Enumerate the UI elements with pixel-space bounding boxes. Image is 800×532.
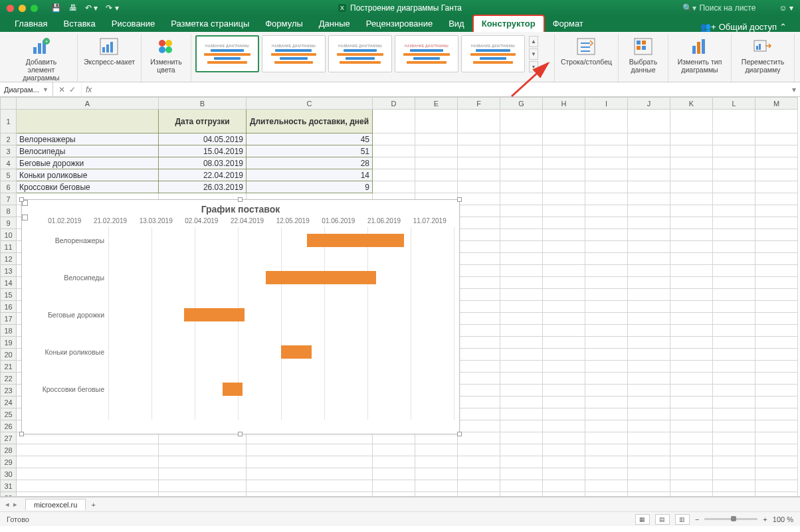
sheet-tab-bar: ◂ ▸ microexcel.ru +	[0, 497, 800, 511]
window-zoom[interactable]	[31, 5, 38, 12]
svg-rect-24	[759, 44, 761, 50]
chart-x-axis: 01.02.201921.02.201913.03.201902.04.2019…	[42, 217, 452, 224]
select-data-icon	[633, 37, 653, 56]
print-icon[interactable]: 🖶	[69, 3, 77, 13]
add-element-icon: +	[31, 37, 51, 56]
chart-style-1[interactable]: Название диаграммы	[195, 35, 259, 72]
svg-rect-21	[702, 39, 705, 54]
ribbon-tabs: Главная Вставка Рисование Разметка стран…	[0, 16, 800, 32]
svg-rect-8	[110, 42, 113, 52]
chart-title[interactable]: График поставок	[22, 200, 459, 215]
undo-icon[interactable]: ↶ ▾	[85, 3, 98, 13]
status-ready: Готово	[7, 515, 29, 523]
move-chart-icon	[753, 37, 773, 56]
change-colors-button[interactable]: Изменить цвета	[146, 35, 187, 75]
zoom-out-button[interactable]: −	[695, 515, 699, 523]
svg-rect-20	[697, 42, 700, 54]
document-title: Построение диаграммы Ганта	[350, 3, 462, 13]
view-page-break-button[interactable]: ▥	[675, 514, 690, 525]
fx-cancel-icon[interactable]: ✕	[58, 85, 65, 94]
sheet-nav-prev[interactable]: ▸	[13, 500, 17, 509]
svg-rect-1	[38, 43, 41, 54]
name-box[interactable]: Диаграм...▼	[0, 82, 53, 96]
svg-rect-18	[642, 46, 646, 50]
tab-data[interactable]: Данные	[311, 16, 358, 32]
redo-icon[interactable]: ↷ ▾	[106, 3, 118, 13]
chart-style-5[interactable]: Название диаграммы	[461, 35, 525, 72]
move-chart-button[interactable]: Переместить диаграмму	[736, 35, 790, 75]
fx-icon[interactable]: fx	[82, 85, 96, 94]
search-box[interactable]: 🔍▾	[682, 3, 772, 13]
tab-design[interactable]: Конструктор	[472, 15, 545, 32]
svg-rect-16	[642, 41, 646, 44]
search-icon: 🔍▾	[682, 3, 696, 13]
chart-styles-gallery[interactable]: Название диаграммы Название диаграммы На…	[195, 35, 538, 72]
view-normal-button[interactable]: ▦	[635, 514, 650, 525]
worksheet-grid[interactable]: ABCDEFGHIJKLM1Дата отгрузкиДлительность …	[0, 97, 800, 497]
tab-home[interactable]: Главная	[7, 16, 55, 32]
tab-insert[interactable]: Вставка	[55, 16, 103, 32]
tab-review[interactable]: Рецензирование	[358, 16, 441, 32]
titlebar: 💾 🖶 ↶ ▾ ↷ ▾ X Построение диаграммы Ганта…	[0, 0, 800, 16]
svg-rect-0	[33, 47, 37, 54]
switch-row-column-button[interactable]: Строка/столбец	[559, 35, 614, 67]
zoom-in-button[interactable]: +	[763, 515, 767, 523]
tab-page-layout[interactable]: Разметка страницы	[163, 16, 257, 32]
svg-text:+: +	[45, 39, 49, 44]
colors-icon	[156, 37, 176, 56]
svg-rect-15	[637, 41, 641, 44]
status-bar: Готово ▦ ▤ ▥ − + 100 %	[0, 511, 800, 526]
user-icon[interactable]: ☺ ▾	[779, 3, 793, 13]
formula-bar: Диаграм...▼ ✕ ✓ fx ▾	[0, 82, 800, 97]
styles-expand[interactable]: ▾	[529, 61, 538, 72]
chart-plot-area: ВелоренажерыВелосипедыБеговые дорожкиКон…	[42, 227, 452, 420]
formula-input[interactable]	[96, 82, 788, 96]
svg-point-9	[159, 40, 165, 46]
quick-layout-button[interactable]: Экспресс-макет	[82, 35, 137, 67]
ribbon: + Добавить элемент диаграммы Экспресс-ма…	[0, 32, 800, 82]
add-sheet-button[interactable]: +	[86, 501, 100, 509]
chart-style-2[interactable]: Название диаграммы	[262, 35, 326, 72]
save-icon[interactable]: 💾	[51, 3, 61, 13]
switch-rowcol-icon	[576, 37, 596, 56]
tab-formulas[interactable]: Формулы	[257, 16, 311, 32]
svg-point-11	[159, 46, 165, 53]
add-chart-element-button[interactable]: + Добавить элемент диаграммы	[9, 35, 73, 83]
svg-rect-17	[637, 46, 641, 50]
change-type-icon	[690, 37, 710, 56]
tab-format[interactable]: Формат	[545, 16, 591, 32]
change-chart-type-button[interactable]: Изменить тип диаграммы	[672, 35, 727, 75]
view-page-layout-button[interactable]: ▤	[655, 514, 670, 525]
window-minimize[interactable]	[19, 5, 26, 12]
quick-layout-icon	[99, 37, 119, 56]
chevron-down-icon: ⌃	[779, 22, 787, 32]
svg-point-10	[165, 40, 172, 46]
share-icon: 👥+	[700, 22, 716, 32]
svg-rect-7	[106, 44, 109, 52]
styles-scroll-up[interactable]: ▲	[529, 36, 538, 47]
svg-point-12	[165, 46, 172, 53]
svg-rect-6	[102, 47, 105, 52]
chart-style-3[interactable]: Название диаграммы	[328, 35, 392, 72]
styles-scroll-down[interactable]: ▼	[529, 48, 538, 60]
search-input[interactable]	[699, 3, 772, 13]
excel-icon: X	[338, 4, 346, 12]
chart-object[interactable]: График поставок 01.02.201921.02.201913.0…	[21, 199, 460, 434]
window-close[interactable]	[7, 5, 14, 12]
svg-rect-23	[756, 46, 758, 50]
zoom-slider[interactable]	[704, 518, 757, 520]
sheet-nav-first[interactable]: ◂	[5, 500, 9, 509]
sheet-tab[interactable]: microexcel.ru	[25, 499, 86, 510]
fx-confirm-icon[interactable]: ✓	[69, 85, 76, 94]
formula-expand-icon[interactable]: ▾	[788, 85, 800, 94]
chart-style-4[interactable]: Название диаграммы	[395, 35, 458, 72]
zoom-level[interactable]: 100 %	[773, 515, 793, 523]
share-button[interactable]: 👥+ Общий доступ ⌃	[694, 22, 793, 32]
select-data-button[interactable]: Выбрать данные	[623, 35, 664, 75]
select-data-button[interactable]	[611, 0, 615, 2]
tab-view[interactable]: Вид	[441, 16, 472, 32]
tab-draw[interactable]: Рисование	[104, 16, 163, 32]
svg-rect-19	[692, 46, 696, 54]
